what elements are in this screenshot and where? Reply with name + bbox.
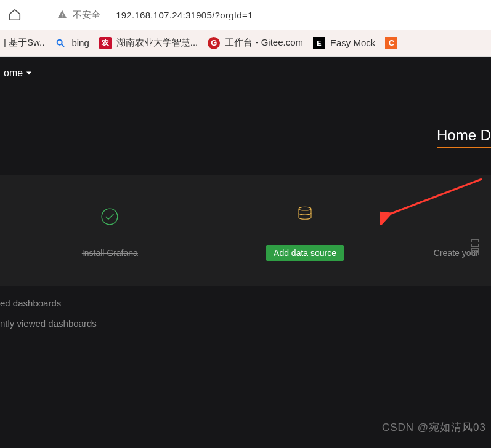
- browser-home-button[interactable]: [6, 6, 23, 23]
- site-icon: 农: [99, 37, 112, 49]
- page-title: Home D: [437, 127, 491, 144]
- bookmark-label: 湖南农业大学智慧...: [116, 37, 198, 49]
- check-icon: [95, 202, 124, 231]
- browser-url-bar: 不安全 192.168.107.24:31905/?orgId=1: [0, 0, 491, 30]
- divider: [108, 9, 108, 21]
- security-indicator[interactable]: 不安全: [57, 9, 100, 21]
- dashboard-icon: [471, 239, 479, 255]
- bookmark-label: | 基于Sw..: [4, 37, 44, 49]
- onboarding-panel: Install Grafana Add data source: [0, 175, 491, 286]
- bookmark-label: Easy Mock: [330, 38, 375, 48]
- app-header: ome: [0, 57, 491, 90]
- easymock-icon: E: [313, 37, 325, 49]
- svg-point-4: [102, 209, 118, 225]
- watermark: CSDN @宛如清风03: [382, 420, 486, 434]
- bookmark-label: 工作台 - Gitee.com: [225, 37, 303, 49]
- bookmark-label: bing: [71, 38, 89, 48]
- home-dropdown[interactable]: ome: [4, 68, 31, 79]
- add-datasource-button[interactable]: Add data source: [266, 245, 344, 261]
- database-icon: [291, 199, 319, 228]
- bookmark-item[interactable]: G 工作台 - Gitee.com: [208, 37, 303, 49]
- grafana-app: ome Home D Install Grafana: [0, 57, 491, 448]
- onboard-step-install: Install Grafana: [12, 202, 208, 258]
- recent-dashboards-label: ntly viewed dashboards: [0, 318, 491, 329]
- bookmark-item[interactable]: | 基于Sw..: [4, 37, 44, 49]
- bookmark-item[interactable]: C: [385, 37, 397, 49]
- step-label: Install Grafana: [82, 248, 138, 258]
- bookmark-item[interactable]: E Easy Mock: [313, 37, 375, 49]
- svg-point-2: [57, 39, 62, 44]
- gitee-icon: G: [208, 37, 220, 49]
- bookmarks-bar: | 基于Sw.. bing 农 湖南农业大学智慧... G 工作台 - Gite…: [0, 30, 491, 57]
- warning-icon: [57, 9, 68, 20]
- search-icon: [54, 37, 67, 49]
- page-title-area: Home D: [0, 127, 491, 144]
- security-label: 不安全: [73, 9, 100, 21]
- url-text[interactable]: 192.168.107.24:31905/?orgId=1: [116, 10, 253, 20]
- svg-line-3: [62, 44, 64, 47]
- chevron-down-icon: [26, 71, 31, 76]
- site-icon: C: [385, 37, 397, 49]
- bookmark-item[interactable]: bing: [54, 37, 89, 49]
- svg-rect-1: [62, 17, 63, 18]
- svg-point-5: [299, 207, 311, 210]
- bookmark-item[interactable]: 农 湖南农业大学智慧...: [99, 37, 198, 49]
- starred-dashboards-label: ed dashboards: [0, 298, 491, 308]
- nav-label: ome: [4, 68, 23, 79]
- onboard-step-datasource: Add data source: [208, 199, 403, 261]
- main-area: Home D Install Grafana: [0, 90, 491, 351]
- svg-rect-0: [62, 14, 63, 16]
- onboard-step-dashboard: Create your: [402, 202, 479, 258]
- dashboards-section: ed dashboards ntly viewed dashboards: [0, 286, 491, 351]
